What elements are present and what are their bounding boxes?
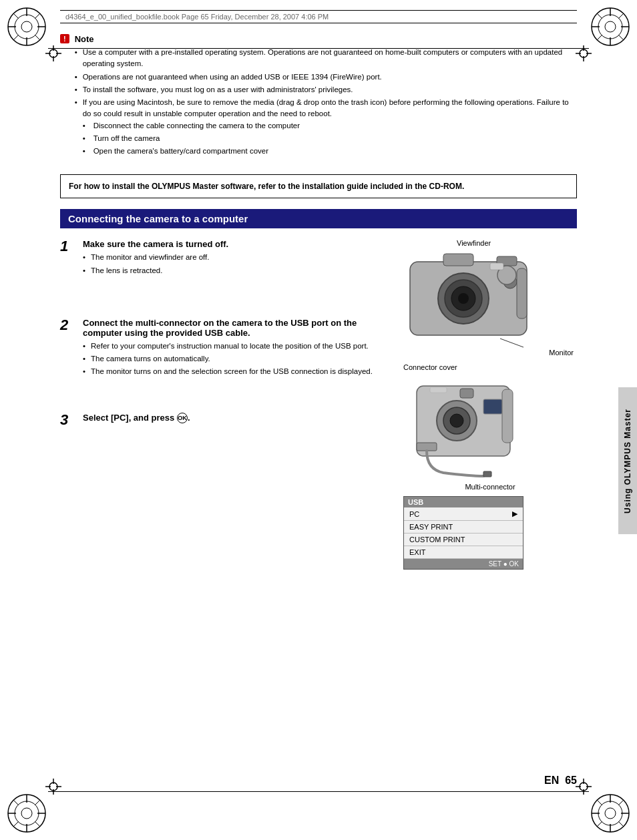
step-2-bullets: Refer to your computer's instruction man… (83, 341, 390, 378)
usb-menu-pc-label: PC (409, 510, 419, 518)
corner-decoration-tl (7, 7, 47, 47)
note-bullet-2: Operations are not guaranteed when using… (75, 71, 577, 83)
usb-menu-item-custom-print[interactable]: CUSTOM PRINT (404, 534, 523, 546)
step-1-content: Make sure the camera is turned off. The … (83, 239, 390, 278)
usb-menu-exit-label: EXIT (409, 548, 425, 556)
step-3-content: Select [PC], and press OK. (83, 413, 390, 429)
svg-line-29 (13, 800, 19, 805)
svg-line-42 (618, 800, 624, 805)
svg-line-20 (618, 13, 624, 19)
note-body: Note Use a computer with a pre-installed… (75, 34, 577, 158)
svg-rect-80 (483, 399, 502, 414)
step-2-number: 2 (60, 317, 76, 379)
corner-decoration-tr (590, 7, 630, 47)
page-lang: EN (544, 775, 559, 786)
corner-decoration-bl (7, 793, 47, 833)
reference-box: For how to install the OLYMPUS Master so… (60, 174, 577, 198)
ok-button-icon: OK (177, 413, 188, 423)
viewfinder-label: Viewfinder (457, 239, 577, 247)
step-1: 1 Make sure the camera is turned off. Th… (60, 239, 390, 278)
section-heading: Connecting the camera to a computer (60, 209, 577, 228)
crosshair-bl (45, 779, 61, 795)
page-bottom-rule (48, 791, 589, 792)
svg-line-31 (35, 800, 40, 805)
svg-point-35 (605, 808, 616, 819)
usb-menu-item-easy-print[interactable]: EASY PRINT (404, 521, 523, 534)
note-icon-container: ! (60, 34, 69, 158)
corner-decoration-br (590, 793, 630, 833)
main-content: d4364_e_00_unified_bookfile.book Page 65… (60, 0, 577, 570)
usb-menu-pc-arrow: ▶ (512, 509, 517, 518)
steps-right: Viewfinder (403, 239, 577, 570)
note-sub-bullets: Disconnect the cable connecting the came… (83, 120, 577, 158)
svg-rect-81 (502, 389, 513, 443)
svg-point-13 (605, 21, 616, 32)
step-1-number: 1 (60, 238, 76, 278)
usb-menu-item-exit[interactable]: EXIT (404, 546, 523, 559)
svg-line-18 (597, 13, 602, 19)
step-1-title: Make sure the camera is turned off. (83, 239, 390, 249)
svg-line-21 (597, 35, 602, 40)
step-3-number: 3 (60, 411, 76, 429)
usb-menu-custom-print-label: CUSTOM PRINT (409, 536, 465, 544)
header-text: d4364_e_00_unified_bookfile.book Page 65… (65, 13, 329, 21)
note-content: Use a computer with a pre-installed oper… (75, 47, 577, 157)
camera-cable-view (403, 373, 577, 488)
note-bullet-3: To install the software, you must log on… (75, 84, 577, 95)
usb-menu-header: USB (404, 497, 523, 507)
svg-rect-84 (430, 387, 447, 393)
svg-line-7 (13, 13, 19, 19)
page-number: 65 (565, 775, 577, 786)
step-1-bullets: The monitor and viewfinder are off. The … (83, 252, 390, 276)
note-section: ! Note Use a computer with a pre-install… (60, 29, 577, 164)
vertical-tab: Using OLYMPUS Master (618, 387, 637, 534)
svg-point-79 (450, 414, 463, 427)
usb-menu-easy-print-label: EASY PRINT (409, 523, 453, 531)
connector-cover-label: Connector cover (403, 363, 577, 371)
step-3-title: Select [PC], and press OK. (83, 413, 390, 424)
svg-line-75 (500, 339, 523, 347)
step-2-bullet-2: The camera turns on automatically. (83, 353, 390, 365)
svg-line-8 (35, 35, 40, 40)
step-3: 3 Select [PC], and press OK. (60, 413, 390, 429)
note-sub-bullet-2: Turn off the camera (83, 133, 577, 144)
note-bullet-4: If you are using Macintosh, be sure to r… (75, 97, 577, 157)
svg-line-19 (618, 35, 624, 40)
step-2-title: Connect the multi-connector on the camer… (83, 318, 390, 338)
svg-rect-85 (460, 389, 473, 398)
step-2-content: Connect the multi-connector on the camer… (83, 318, 390, 379)
steps-area: 1 Make sure the camera is turned off. Th… (60, 239, 577, 570)
svg-point-24 (21, 808, 32, 819)
steps-left: 1 Make sure the camera is turned off. Th… (60, 239, 390, 570)
step-1-bullet-2: The lens is retracted. (83, 265, 390, 276)
note-sub-bullet-1: Disconnect the cable connecting the came… (83, 120, 577, 132)
note-sub-bullet-3: Open the camera's battery/card compartme… (83, 146, 577, 157)
vertical-tab-label: Using OLYMPUS Master (623, 409, 632, 513)
svg-rect-83 (483, 471, 491, 477)
note-title: Note (75, 34, 577, 44)
usb-menu-item-pc[interactable]: PC ▶ (404, 507, 523, 521)
svg-line-32 (13, 821, 19, 827)
step-2-bullet-3: The monitor turns on and the selection s… (83, 366, 390, 377)
note-icon-badge: ! (60, 34, 69, 43)
header-bar: d4364_e_00_unified_bookfile.book Page 65… (60, 10, 577, 23)
svg-line-41 (618, 821, 624, 827)
step-1-bullet-1: The monitor and viewfinder are off. (83, 252, 390, 263)
svg-rect-73 (490, 263, 503, 270)
svg-line-43 (597, 821, 602, 827)
svg-line-9 (35, 13, 40, 19)
note-bullets: Use a computer with a pre-installed oper… (75, 47, 577, 157)
svg-point-68 (458, 293, 469, 304)
svg-rect-69 (443, 254, 473, 266)
usb-menu-footer: SET ● OK (404, 559, 523, 569)
svg-line-10 (13, 35, 19, 40)
reference-text: For how to install the OLYMPUS Master so… (69, 182, 464, 191)
section-heading-text: Connecting the camera to a computer (68, 213, 248, 224)
svg-line-40 (597, 800, 602, 805)
camera-top-view: Monitor (403, 248, 577, 357)
usb-menu: USB PC ▶ EASY PRINT CUSTOM PRINT EXIT SE… (403, 496, 523, 570)
step-2-bullet-1: Refer to your computer's instruction man… (83, 341, 390, 352)
note-bullet-1: Use a computer with a pre-installed oper… (75, 47, 577, 70)
page-number-container: EN 65 (544, 775, 577, 787)
crosshair-br (576, 779, 592, 795)
